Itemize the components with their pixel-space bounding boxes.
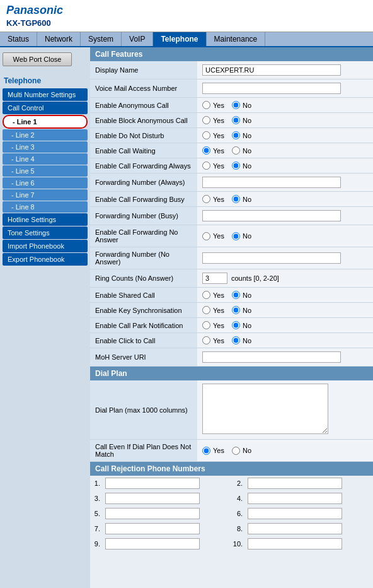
ring-counts-input[interactable] <box>202 273 227 284</box>
dial-plan-match-yes-label: Yes <box>213 447 224 454</box>
tab-voip[interactable]: VoIP <box>122 32 153 46</box>
rejection-input-8[interactable] <box>248 523 342 534</box>
field-value <box>197 207 373 225</box>
web-port-button[interactable]: Web Port Close <box>3 52 72 66</box>
rejection-field-10 <box>245 536 373 551</box>
anon-call-yes-radio[interactable] <box>202 101 210 109</box>
sidebar-item-multi-number[interactable]: Multi Number Settings <box>3 88 88 101</box>
sidebar-item-line5[interactable]: - Line 5 <box>3 165 88 177</box>
fwd-busy-input[interactable] <box>202 210 341 221</box>
field-label: Forwarding Number (Always) <box>90 173 197 192</box>
dial-plan-match-no-radio[interactable] <box>232 447 240 455</box>
field-label: Enable Do Not Disturb <box>90 128 197 143</box>
fwd-always-input[interactable] <box>202 177 341 188</box>
table-row: 7. 8. <box>90 521 373 536</box>
cfna-no-label: No <box>243 232 251 240</box>
sidebar-item-line1[interactable]: - Line 1 <box>3 115 88 129</box>
sidebar-section-title: Telephone <box>3 74 88 88</box>
block-anon-no-radio[interactable] <box>232 116 240 124</box>
dial-plan-field <box>197 380 373 440</box>
block-anon-yes-radio[interactable] <box>202 116 210 124</box>
field-value: Yes No <box>197 192 373 207</box>
rejection-input-5[interactable] <box>105 508 200 519</box>
block-anon-no-label: No <box>243 117 251 124</box>
cfa-no-radio[interactable] <box>232 162 240 170</box>
cfb-no-radio[interactable] <box>232 195 240 203</box>
dnd-radio: Yes No <box>202 131 368 139</box>
dnd-no-radio[interactable] <box>232 131 240 139</box>
display-name-input[interactable] <box>202 64 341 76</box>
rejection-input-2[interactable] <box>248 478 342 489</box>
sidebar-item-line6[interactable]: - Line 6 <box>3 177 88 189</box>
call-park-yes-radio[interactable] <box>202 321 210 329</box>
field-label: Enable Call Forwarding Busy <box>90 192 197 207</box>
tab-status[interactable]: Status <box>0 32 37 46</box>
call-waiting-yes-radio[interactable] <box>202 146 210 155</box>
anon-call-no-radio[interactable] <box>232 101 240 109</box>
field-value: Yes No <box>197 158 373 173</box>
sidebar-item-call-control[interactable]: Call Control <box>3 102 88 114</box>
anon-call-no-label: No <box>243 102 251 109</box>
sidebar-item-line7[interactable]: - Line 7 <box>3 189 88 201</box>
cfb-yes-label: Yes <box>213 196 224 203</box>
call-rejection-table: 1. 2. 3. 4. 5. 6. 7. 8. <box>90 476 373 551</box>
cfna-no-radio[interactable] <box>232 232 240 240</box>
click-call-no-radio[interactable] <box>232 336 240 344</box>
key-sync-no-radio[interactable] <box>232 306 240 314</box>
sidebar-item-tone[interactable]: Tone Settings <box>3 226 88 239</box>
key-sync-yes-label: Yes <box>213 307 224 314</box>
sidebar-item-line8[interactable]: - Line 8 <box>3 201 88 213</box>
cfb-yes-radio[interactable] <box>202 195 210 203</box>
shared-call-no-radio[interactable] <box>232 291 240 299</box>
sidebar-item-line2[interactable]: - Line 2 <box>3 129 88 141</box>
table-row: Enable Call Forwarding Busy Yes No <box>90 192 373 207</box>
sidebar-item-line4[interactable]: - Line 4 <box>3 153 88 165</box>
tab-network[interactable]: Network <box>37 32 81 46</box>
shared-call-yes-radio[interactable] <box>202 291 210 299</box>
field-value <box>197 79 373 98</box>
voicemail-input[interactable] <box>202 83 341 94</box>
rejection-num-5: 5. <box>90 506 103 521</box>
dial-plan-header: Dial Plan <box>90 367 373 380</box>
rejection-input-4[interactable] <box>248 493 342 504</box>
dnd-yes-label: Yes <box>213 132 224 139</box>
sidebar-item-line3[interactable]: - Line 3 <box>3 141 88 153</box>
click-call-yes-radio[interactable] <box>202 336 210 344</box>
dial-plan-textarea[interactable] <box>202 384 328 434</box>
tab-maintenance[interactable]: Maintenance <box>207 32 266 46</box>
sidebar-item-export-phonebook[interactable]: Export Phonebook <box>3 253 88 266</box>
dnd-yes-radio[interactable] <box>202 131 210 139</box>
tab-system[interactable]: System <box>81 32 122 46</box>
sidebar-item-import-phonebook[interactable]: Import Phonebook <box>3 240 88 252</box>
table-row: 1. 2. <box>90 476 373 491</box>
rejection-input-3[interactable] <box>105 493 200 504</box>
rejection-input-1[interactable] <box>105 478 200 489</box>
table-row: MoH Server URI <box>90 348 373 367</box>
field-value: Yes No <box>197 333 373 348</box>
call-park-no-radio[interactable] <box>232 321 240 329</box>
rejection-input-6[interactable] <box>248 508 342 519</box>
tab-telephone[interactable]: Telephone <box>153 32 206 46</box>
moh-uri-input[interactable] <box>202 351 341 363</box>
block-anon-radio: Yes No <box>202 116 368 124</box>
table-row: 5. 6. <box>90 506 373 521</box>
call-waiting-no-label: No <box>243 147 251 155</box>
rejection-input-10[interactable] <box>248 538 342 550</box>
dial-plan-match-yes-radio[interactable] <box>202 447 210 455</box>
field-label: Ring Counts (No Answer) <box>90 269 197 288</box>
key-sync-radio: Yes No <box>202 306 368 314</box>
cfb-radio: Yes No <box>202 195 368 203</box>
shared-call-radio: Yes No <box>202 291 368 299</box>
rejection-input-7[interactable] <box>105 523 200 534</box>
rejection-input-9[interactable] <box>105 538 200 550</box>
rejection-num-3: 3. <box>90 491 103 506</box>
fwd-noanswer-input[interactable] <box>202 252 341 264</box>
field-label: Call Even If Dial Plan Does Not Match <box>90 440 197 462</box>
key-sync-yes-radio[interactable] <box>202 306 210 314</box>
field-value <box>197 173 373 192</box>
sidebar-item-hotline[interactable]: Hotline Settings <box>3 213 88 226</box>
cfa-yes-radio[interactable] <box>202 162 210 170</box>
dial-plan-match-no-label: No <box>243 447 251 454</box>
call-waiting-no-radio[interactable] <box>232 146 240 155</box>
cfna-yes-radio[interactable] <box>202 232 210 240</box>
